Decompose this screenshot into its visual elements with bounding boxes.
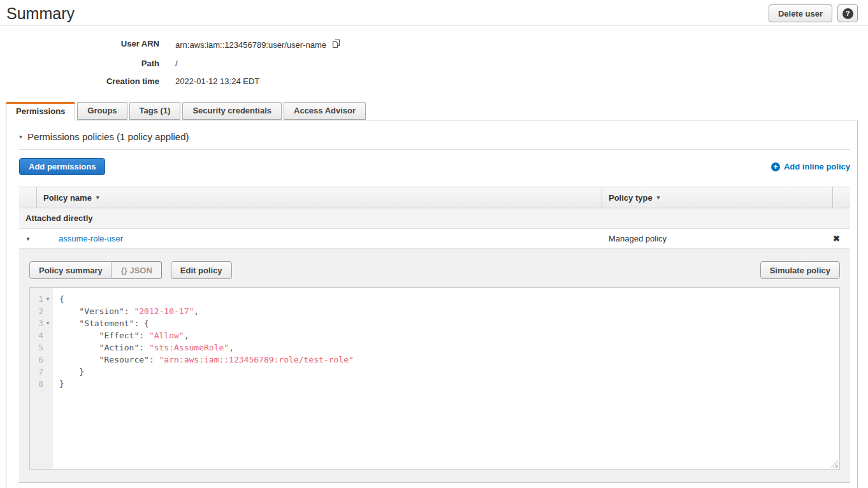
section-collapse-caret-icon: ▾ [19, 133, 22, 140]
add-inline-policy-link[interactable]: + Add inline policy [771, 162, 850, 171]
policy-type-column-header[interactable]: Policy type ▾ [602, 187, 833, 208]
policy-table-row: ▾ assume-role-user Managed policy ✖ [19, 229, 850, 248]
detail-row-user-arn: User ARN arn:aws:iam::123456789:user/use… [0, 39, 868, 50]
policy-table: Policy name ▾ Policy type ▾ Attached dir… [19, 187, 850, 483]
section-title: Permissions policies (1 policy applied) [27, 131, 189, 142]
tab-security-credentials[interactable]: Security credentials [182, 102, 282, 120]
fold-caret-icon[interactable]: ▾ [43, 317, 52, 329]
code-line: } [59, 378, 839, 390]
code-line: } [59, 366, 839, 378]
creation-time-label: Creation time [0, 76, 159, 86]
editor-gutter: 1▾23▾45678 [30, 288, 53, 469]
code-line: "Action": "sts:AssumeRole", [59, 341, 839, 354]
tab-tags[interactable]: Tags (1) [129, 102, 181, 120]
help-icon: ? [843, 8, 853, 19]
delete-user-button[interactable]: Delete user [769, 4, 832, 22]
add-permissions-button[interactable]: Add permissions [19, 158, 105, 175]
policy-table-header: Policy name ▾ Policy type ▾ [19, 187, 850, 208]
tab-bar: Permissions Groups Tags (1) Security cre… [0, 102, 868, 120]
json-toggle-button[interactable]: {} JSON [112, 261, 162, 279]
policy-name-link[interactable]: assume-role-user [59, 234, 123, 243]
simulate-policy-button[interactable]: Simulate policy [760, 261, 840, 279]
section-divider [19, 149, 850, 150]
user-details: User ARN arn:aws:iam::123456789:user/use… [0, 26, 868, 97]
policy-summary-button[interactable]: Policy summary [29, 261, 112, 279]
user-arn-value: arn:aws:iam::123456789:user/user-name [175, 40, 326, 50]
attached-directly-group-row: Attached directly [19, 208, 850, 229]
creation-time-value: 2022-01-12 13:24 EDT [175, 76, 259, 86]
code-line: "Resource": "arn:aws:iam::123456789:role… [59, 354, 839, 366]
permissions-policies-section-header[interactable]: ▾ Permissions policies (1 policy applied… [19, 131, 850, 142]
json-policy-editor[interactable]: 1▾23▾45678 { "Version": "2012-10-17", "S… [29, 287, 840, 470]
policy-detail-buttons: Policy summary {} JSON Edit policy Simul… [29, 261, 840, 279]
header-actions: Delete user ? [769, 4, 858, 22]
page-header: Summary Delete user ? [0, 0, 868, 26]
sort-caret-icon: ▾ [657, 194, 660, 201]
tab-groups[interactable]: Groups [77, 102, 127, 120]
policy-detail-expanded: Policy summary {} JSON Edit policy Simul… [19, 248, 850, 483]
editor-code[interactable]: { "Version": "2012-10-17", "Statement": … [53, 288, 839, 469]
edit-policy-button[interactable]: Edit policy [171, 261, 232, 279]
policy-type-cell: Managed policy [602, 234, 833, 243]
code-line: "Version": "2012-10-17", [59, 305, 839, 317]
detail-row-path: Path / [0, 59, 868, 68]
detach-policy-close-icon[interactable]: ✖ [833, 234, 840, 243]
page-title: Summary [6, 4, 75, 23]
actions-column-header [833, 187, 850, 208]
code-line: "Effect": "Allow", [59, 329, 839, 341]
path-label: Path [0, 59, 159, 68]
policy-actions-row: Add permissions + Add inline policy [19, 158, 850, 175]
tab-permissions[interactable]: Permissions [6, 102, 75, 120]
tab-content-panel: ▾ Permissions policies (1 policy applied… [6, 120, 858, 488]
code-line: { [59, 293, 839, 305]
policy-name-column-header[interactable]: Policy name ▾ [37, 187, 602, 208]
expander-column-header [19, 187, 37, 208]
copy-icon[interactable] [331, 39, 341, 50]
plus-circle-icon: + [771, 162, 780, 171]
help-button[interactable]: ? [837, 4, 858, 22]
fold-caret-icon[interactable]: ▾ [43, 293, 52, 305]
code-line: "Statement": { [59, 317, 839, 329]
path-value: / [175, 59, 178, 68]
sort-caret-icon: ▾ [96, 194, 99, 201]
tab-access-advisor[interactable]: Access Advisor [284, 102, 366, 120]
row-expander-caret-icon[interactable]: ▾ [19, 235, 37, 242]
detail-row-creation-time: Creation time 2022-01-12 13:24 EDT [0, 76, 868, 86]
user-arn-label: User ARN [0, 39, 159, 50]
